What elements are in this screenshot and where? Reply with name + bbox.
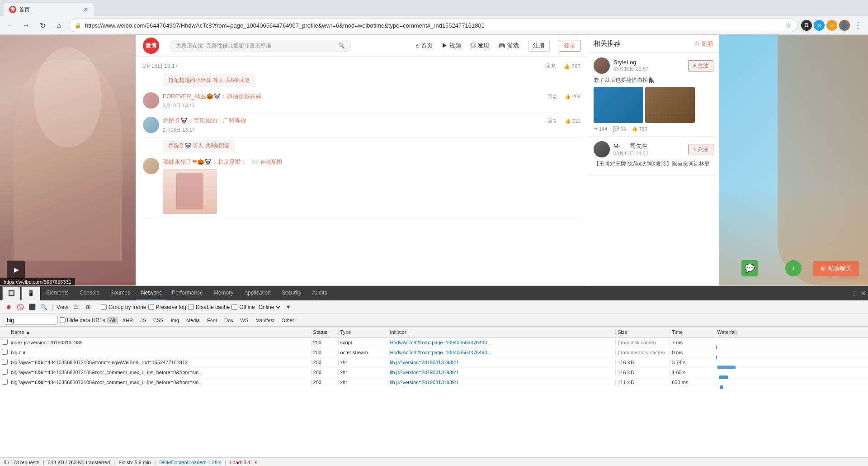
settings-dropdown[interactable]: ▼ — [283, 302, 293, 312]
tab-application[interactable]: Application — [239, 286, 276, 300]
header-initiator-col[interactable]: Initiator — [388, 329, 616, 335]
like-stat-1[interactable]: 👍 750 — [632, 126, 647, 132]
follow-button-2[interactable]: + 关注 — [688, 144, 713, 155]
follow-button-1[interactable]: + 关注 — [688, 60, 713, 71]
sidebar-username-2[interactable]: Mr___司先生 — [613, 142, 648, 150]
reply-btn-3[interactable]: 回复 — [547, 118, 557, 124]
filter-button[interactable]: ⬛ — [27, 302, 37, 312]
tab-memory[interactable]: Memory — [208, 286, 239, 300]
scroll-up-button[interactable]: ↑ — [785, 260, 802, 276]
network-row-3[interactable]: big?ajwvr=6&id=4341035683072108&from=sin… — [0, 357, 868, 367]
view-grid-button[interactable]: ⊞ — [83, 302, 93, 312]
sidebar-username-1[interactable]: StyleLog — [613, 59, 648, 66]
record-button[interactable]: ⏺ — [4, 302, 14, 312]
reload-button[interactable]: ↻ — [36, 19, 49, 32]
tab-inspect[interactable]: 🔲 — [2, 286, 21, 300]
twitter-icon[interactable]: ✕ — [814, 20, 825, 31]
reply-action[interactable]: 回复 — [545, 62, 556, 70]
view-list-button[interactable]: ☰ — [71, 302, 81, 312]
tab-console[interactable]: Console — [74, 286, 105, 300]
network-row-5[interactable]: big?ajwvr=6&id=4341035683072108&root_com… — [0, 377, 868, 387]
nav-home[interactable]: ⌂ 首页 — [416, 42, 433, 50]
private-message-button[interactable]: ✉ 私信聊天 — [813, 261, 859, 276]
row-checkbox-2[interactable] — [0, 349, 9, 356]
nav-video[interactable]: ▶ 视频 — [442, 42, 461, 50]
disable-cache-input[interactable] — [188, 304, 194, 310]
header-type-col[interactable]: Type — [339, 329, 388, 335]
network-row-1[interactable]: index.js?version=201903131939 200 script… — [0, 338, 868, 347]
extension-icon-2[interactable]: 🛡 — [826, 20, 837, 31]
tab-device[interactable]: 📱 — [21, 286, 41, 300]
filter-img-button[interactable]: Img — [168, 317, 182, 323]
row-checkbox-4[interactable] — [0, 369, 9, 376]
filter-font-button[interactable]: Font — [204, 317, 220, 323]
group-by-frame-checkbox[interactable]: Group by frame — [101, 304, 146, 310]
reply-expand-1[interactable]: 超超越越的小迷妹 等人 共8条回复 — [163, 74, 255, 87]
like-btn-2[interactable]: 👍 266 — [565, 94, 580, 100]
reply-btn-2[interactable]: 回复 — [547, 93, 557, 100]
row-checkbox-5[interactable] — [0, 379, 9, 385]
row-checkbox-3[interactable] — [0, 359, 9, 366]
filter-manifest-button[interactable]: Manifest — [253, 317, 277, 323]
tab-close-icon[interactable]: ✕ — [83, 6, 89, 13]
header-status-col[interactable]: Status — [311, 329, 339, 335]
devtools-close-button[interactable]: ✕ — [860, 289, 866, 298]
tab-network[interactable]: Network — [136, 286, 166, 300]
forward-button[interactable]: → — [20, 19, 33, 32]
offline-input[interactable] — [231, 304, 237, 310]
retweet-stat-1[interactable]: ↪ 144 — [594, 126, 607, 132]
filter-other-button[interactable]: Other — [279, 317, 297, 323]
throttle-select[interactable]: Online — [257, 304, 282, 311]
filter-js-button[interactable]: JS — [137, 317, 149, 323]
tab-sources[interactable]: Sources — [105, 286, 136, 300]
tab-security[interactable]: Security — [276, 286, 307, 300]
comment-username-2[interactable]: FOREVER_林丛🎃🐼：加油超越妹妹 — [163, 92, 262, 100]
search-bar[interactable]: 大家正在搜: 完善性侵儿童犯罪量刑标准 🔍 — [170, 40, 351, 52]
reply-expand-2[interactable]: 吞跷音🐼 等人 共8条回复 — [163, 139, 235, 152]
filter-all-button[interactable]: All — [107, 317, 118, 323]
header-time-col[interactable]: Time — [670, 329, 715, 335]
profile-button[interactable]: 👤 — [839, 20, 850, 31]
network-row-4[interactable]: big?ajwvr=6&id=4341035683072108&root_com… — [0, 367, 868, 377]
group-by-frame-input[interactable] — [101, 304, 107, 310]
disable-cache-checkbox[interactable]: Disable cache — [188, 304, 230, 310]
comment-stat-1[interactable]: 💬 64 — [613, 126, 626, 132]
login-button[interactable]: 登录 — [559, 40, 580, 52]
nav-discover[interactable]: ◎ 发现 — [470, 42, 490, 50]
register-button[interactable]: 注册 — [528, 40, 550, 52]
preserve-log-input[interactable] — [148, 304, 154, 310]
comment-username-3[interactable]: 吞跷音🐼：宝贝加油！广州等你 — [163, 117, 246, 125]
sidebar-image-1b[interactable] — [645, 87, 695, 123]
header-waterfall-col[interactable]: Waterfall — [715, 329, 868, 335]
filter-media-button[interactable]: Media — [184, 317, 203, 323]
video-play-button[interactable] — [7, 261, 25, 279]
header-name-col[interactable]: Name ▲ — [9, 329, 311, 335]
url-bar[interactable]: 🔒 https://www.weibo.com/5644764907/HhdwA… — [69, 19, 797, 32]
header-size-col[interactable]: Size — [616, 329, 670, 335]
like-btn-3[interactable]: 👍 212 — [565, 118, 580, 124]
network-row-2[interactable]: big.cur 200 octet-stream HhdwAcTc8?from=… — [0, 347, 868, 357]
sidebar-refresh-button[interactable]: ↻ 刷新 — [695, 40, 713, 48]
filter-xhr-button[interactable]: XHR — [120, 317, 136, 323]
search-button[interactable]: 🔍 — [39, 302, 49, 312]
comment-media-link[interactable]: ✉️ 评论配图 — [252, 159, 282, 165]
like-action[interactable]: 👍 285 — [563, 63, 580, 70]
back-button[interactable]: ← — [4, 19, 16, 32]
clear-button[interactable]: 🚫 — [15, 302, 25, 312]
tab-audits[interactable]: Audits — [307, 286, 332, 300]
devtools-more-icon[interactable]: ⋮ — [851, 290, 857, 296]
tab-elements[interactable]: Elements — [41, 286, 74, 300]
row-checkbox-1[interactable] — [0, 339, 9, 346]
preserve-log-checkbox[interactable]: Preserve log — [148, 304, 186, 310]
filter-ws-button[interactable]: WS — [238, 317, 251, 323]
tab-performance[interactable]: Performance — [166, 286, 208, 300]
browser-tab[interactable]: 微 首页 ✕ — [4, 3, 94, 16]
bookmark-icon[interactable]: ☆ — [786, 22, 792, 29]
search-icon[interactable]: 🔍 — [338, 43, 345, 49]
hide-data-urls-input[interactable] — [60, 317, 66, 323]
chat-icon-button[interactable]: 💬 — [741, 260, 758, 276]
filter-input[interactable] — [4, 316, 58, 325]
nav-games[interactable]: 🎮 游戏 — [498, 42, 519, 50]
home-button[interactable]: ⌂ — [52, 19, 65, 32]
filter-doc-button[interactable]: Doc — [222, 317, 236, 323]
